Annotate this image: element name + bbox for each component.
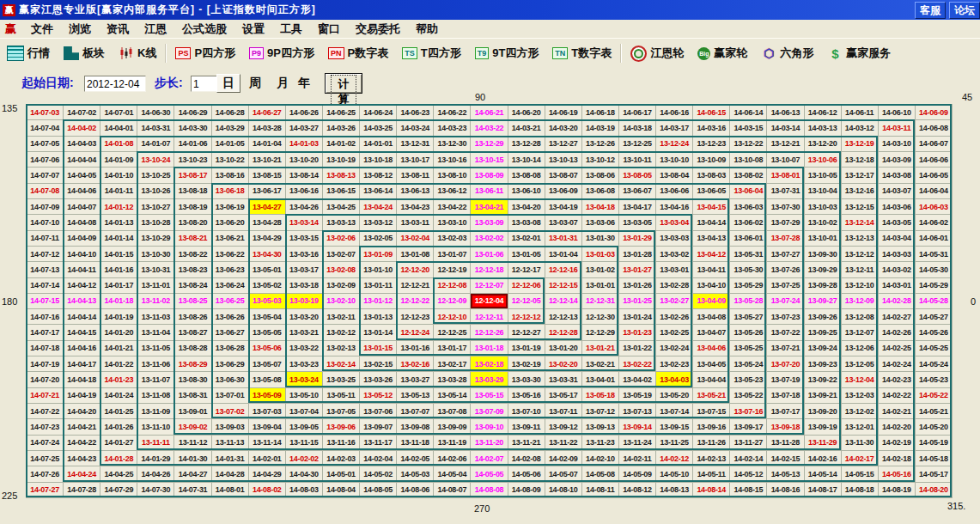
date-cell[interactable]: 14-04-22	[64, 436, 100, 451]
date-cell[interactable]: 13-11-20	[471, 436, 508, 451]
date-cell[interactable]: 13-12-13	[842, 231, 879, 247]
date-cell[interactable]: 13-01-08	[397, 247, 434, 262]
date-cell[interactable]: 13-01-05	[508, 247, 545, 262]
date-cell[interactable]: 14-05-20	[916, 419, 953, 435]
date-cell[interactable]: 13-02-21	[582, 356, 619, 372]
date-cell[interactable]: 13-03-16	[286, 247, 323, 262]
date-cell[interactable]: 14-03-16	[693, 120, 730, 136]
date-cell[interactable]: 13-08-02	[730, 168, 767, 183]
date-cell[interactable]: 14-07-15	[27, 294, 64, 309]
date-cell[interactable]: 13-07-31	[767, 184, 804, 199]
date-cell[interactable]: 13-02-16	[397, 356, 434, 372]
date-cell[interactable]: 13-08-29	[174, 356, 211, 372]
date-cell[interactable]: 13-06-30	[212, 372, 249, 387]
date-cell[interactable]: 14-07-06	[27, 152, 64, 168]
date-cell[interactable]: 13-03-05	[619, 215, 656, 230]
date-cell[interactable]: 13-07-02	[212, 404, 249, 419]
date-cell[interactable]: 13-10-30	[137, 247, 174, 262]
date-cell[interactable]: 13-08-28	[174, 341, 211, 356]
date-cell[interactable]: 12-12-09	[434, 294, 471, 309]
date-cell[interactable]: 14-04-26	[137, 466, 174, 482]
date-cell[interactable]: 14-05-18	[916, 451, 953, 466]
date-cell[interactable]: 14-08-07	[434, 483, 471, 498]
date-cell[interactable]: 14-05-02	[360, 466, 397, 482]
date-cell[interactable]: 13-03-15	[286, 231, 323, 247]
date-cell[interactable]: 13-08-05	[619, 168, 656, 183]
menu-item-8[interactable]: 交易委托	[348, 21, 408, 37]
date-cell[interactable]: 13-05-14	[434, 388, 471, 404]
date-cell[interactable]: 14-04-30	[286, 466, 323, 482]
date-cell[interactable]: 12-12-21	[397, 278, 434, 294]
date-cell[interactable]: 13-03-17	[286, 262, 323, 277]
date-cell[interactable]: 13-04-23	[397, 199, 434, 215]
date-cell[interactable]: 13-01-13	[360, 309, 397, 325]
date-cell[interactable]: 14-08-16	[767, 483, 804, 498]
date-cell[interactable]: 13-08-31	[174, 388, 211, 404]
date-cell[interactable]: 13-03-01	[656, 262, 693, 277]
date-cell[interactable]: 13-12-17	[842, 168, 879, 183]
date-cell[interactable]: 14-06-10	[879, 105, 916, 120]
date-cell[interactable]: 13-10-09	[693, 152, 730, 168]
date-cell[interactable]: 13-04-21	[471, 199, 508, 215]
date-cell[interactable]: 14-02-16	[805, 451, 842, 466]
date-cell[interactable]: 14-04-14	[64, 309, 100, 325]
date-cell[interactable]: 13-12-03	[842, 388, 879, 404]
date-cell[interactable]: 13-12-08	[842, 309, 879, 325]
date-cell[interactable]: 13-05-05	[249, 325, 286, 340]
date-cell[interactable]: 13-03-09	[471, 215, 508, 230]
date-cell[interactable]: 13-11-06	[137, 356, 174, 372]
date-cell[interactable]: 14-08-02	[249, 483, 286, 498]
date-cell[interactable]: 13-08-21	[174, 231, 211, 247]
date-cell[interactable]: 14-02-25	[879, 341, 916, 356]
date-cell[interactable]: 14-03-20	[545, 120, 582, 136]
date-cell[interactable]: 13-05-23	[730, 372, 767, 387]
date-cell[interactable]: 13-01-20	[545, 341, 582, 356]
date-cell[interactable]: 13-03-13	[323, 215, 360, 230]
date-cell[interactable]: 14-04-24	[64, 466, 100, 482]
date-cell[interactable]: 13-04-29	[249, 231, 286, 247]
date-cell[interactable]: 14-05-14	[805, 466, 842, 482]
date-cell[interactable]: 13-03-07	[545, 215, 582, 230]
date-cell[interactable]: 14-02-07	[471, 451, 508, 466]
toolbar-button-winner-service[interactable]: $赢家服务	[820, 46, 898, 61]
date-cell[interactable]: 13-06-24	[212, 278, 249, 294]
date-cell[interactable]: 12-12-28	[545, 325, 582, 340]
date-cell[interactable]: 12-12-14	[545, 294, 582, 309]
date-cell[interactable]: 13-09-22	[805, 372, 842, 387]
date-cell[interactable]: 13-02-22	[619, 356, 656, 372]
date-cell[interactable]: 13-07-03	[249, 404, 286, 419]
date-cell[interactable]: 14-03-27	[286, 120, 323, 136]
date-cell[interactable]: 13-02-25	[656, 325, 693, 340]
date-cell[interactable]: 13-09-21	[805, 388, 842, 404]
date-cell[interactable]: 13-09-15	[656, 419, 693, 435]
date-cell[interactable]: 13-08-15	[249, 168, 286, 183]
date-cell[interactable]: 13-02-24	[656, 341, 693, 356]
date-cell[interactable]: 14-04-23	[64, 451, 100, 466]
date-cell[interactable]: 14-05-07	[545, 466, 582, 482]
date-cell[interactable]: 13-10-21	[249, 152, 286, 168]
date-cell[interactable]: 14-02-19	[879, 436, 916, 451]
date-cell[interactable]: 12-12-16	[545, 262, 582, 277]
toolbar-button-gann-wheel[interactable]: 江恩轮	[624, 46, 691, 62]
date-cell[interactable]: 13-10-02	[805, 215, 842, 230]
date-cell[interactable]: 14-04-15	[64, 325, 100, 340]
date-cell[interactable]: 13-05-02	[249, 278, 286, 294]
date-cell[interactable]: 13-04-30	[249, 247, 286, 262]
date-cell[interactable]: 13-02-01	[508, 231, 545, 247]
date-cell[interactable]: 13-04-16	[656, 199, 693, 215]
date-cell[interactable]: 14-02-12	[656, 451, 693, 466]
date-cell[interactable]: 13-05-13	[397, 388, 434, 404]
date-cell[interactable]: 13-09-28	[805, 278, 842, 294]
date-cell[interactable]: 13-09-14	[619, 419, 656, 435]
date-cell[interactable]: 14-03-04	[879, 231, 916, 247]
date-cell[interactable]: 13-11-08	[137, 388, 174, 404]
date-cell[interactable]: 13-06-12	[434, 184, 471, 199]
date-cell[interactable]: 13-01-16	[397, 341, 434, 356]
date-cell[interactable]: 14-08-17	[805, 483, 842, 498]
date-cell[interactable]: 14-07-05	[27, 137, 64, 152]
date-cell[interactable]: 14-06-05	[916, 168, 953, 183]
date-cell[interactable]: 13-09-02	[174, 419, 211, 435]
toolbar-button-quotes[interactable]: 行情	[0, 46, 57, 61]
date-cell[interactable]: 13-04-09	[693, 294, 730, 309]
date-cell[interactable]: 13-01-14	[360, 325, 397, 340]
